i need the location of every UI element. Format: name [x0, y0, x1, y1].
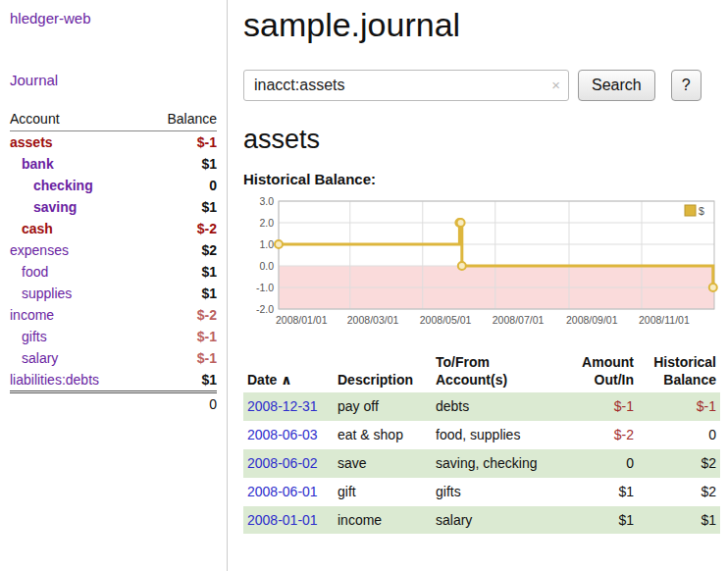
account-row: expenses$2	[10, 239, 217, 261]
transaction-date-cell: 2008-01-01	[243, 506, 334, 535]
account-link[interactable]: liabilities:debts	[10, 372, 99, 388]
accounts-total-spacer	[10, 392, 143, 416]
transaction-description: income	[334, 506, 432, 535]
svg-text:$: $	[699, 205, 704, 217]
transaction-date-link[interactable]: 2008-01-01	[247, 512, 318, 528]
account-link[interactable]: salary	[22, 350, 58, 366]
register-header-amount: AmountOut/In	[561, 352, 638, 392]
account-link[interactable]: cash	[22, 221, 53, 236]
account-link[interactable]: income	[10, 307, 54, 323]
transaction-amount: $-2	[561, 421, 638, 449]
account-link[interactable]: food	[22, 264, 48, 280]
accounts-total-value: 0	[143, 392, 217, 416]
register-header-row: Date ∧DescriptionTo/FromAccount(s)Amount…	[243, 352, 720, 392]
account-row: assets$-1	[10, 131, 217, 154]
account-row: income$-2	[10, 304, 217, 326]
transaction-amount: $1	[561, 478, 638, 506]
accounts-header-balance: Balance	[143, 108, 217, 131]
svg-text:2.0: 2.0	[259, 217, 274, 229]
search-row: × Search ?	[243, 70, 720, 101]
account-link[interactable]: bank	[22, 156, 54, 172]
account-link[interactable]: saving	[33, 199, 77, 215]
register-row: 2008-01-01incomesalary$1$1	[243, 506, 720, 535]
transaction-date-cell: 2008-12-31	[243, 392, 334, 421]
account-link[interactable]: gifts	[22, 329, 47, 344]
register-row: 2008-12-31pay offdebts$-1$-1	[243, 392, 720, 421]
transaction-accounts: gifts	[432, 478, 561, 506]
transaction-amount: $1	[561, 506, 638, 535]
transaction-amount: 0	[561, 449, 638, 478]
svg-text:-2.0: -2.0	[256, 303, 274, 315]
account-balance: $1	[143, 283, 217, 304]
page-title: sample.journal	[243, 6, 720, 44]
account-balance: $1	[143, 369, 217, 392]
account-balance: $1	[143, 196, 217, 218]
transaction-description: save	[334, 449, 432, 478]
account-link[interactable]: checking	[33, 178, 93, 193]
account-row: gifts$-1	[10, 326, 217, 347]
transaction-description: pay off	[334, 392, 432, 421]
account-row: food$1	[10, 261, 217, 283]
register-header-description: Description	[334, 352, 432, 392]
account-balance: $-1	[143, 347, 217, 369]
account-row: liabilities:debts$1	[10, 369, 217, 392]
register-row: 2008-06-01giftgifts$1$2	[243, 478, 720, 506]
search-button[interactable]: Search	[578, 70, 655, 101]
sidebar: hledger-web Journal Account Balance asse…	[0, 0, 228, 571]
account-balance: $-2	[143, 218, 217, 239]
svg-text:3.0: 3.0	[259, 195, 274, 207]
chart-title: Historical Balance:	[243, 171, 720, 187]
journal-link[interactable]: Journal	[10, 72, 217, 88]
transaction-date-link[interactable]: 2008-06-03	[247, 427, 318, 442]
app-window: hledger-web Journal Account Balance asse…	[0, 0, 728, 571]
clear-search-icon[interactable]: ×	[551, 77, 560, 93]
account-link[interactable]: supplies	[22, 286, 72, 301]
transaction-accounts: salary	[432, 506, 561, 535]
accounts-header-account: Account	[10, 108, 143, 131]
svg-text:0.0: 0.0	[259, 260, 274, 272]
help-button[interactable]: ?	[671, 70, 702, 101]
account-row: saving$1	[10, 196, 217, 218]
transaction-balance: $1	[638, 506, 720, 535]
svg-text:-1.0: -1.0	[256, 282, 274, 293]
register-row: 2008-06-02savesaving, checking0$2	[243, 449, 720, 478]
account-link[interactable]: assets	[10, 134, 53, 150]
account-balance: $1	[143, 153, 217, 175]
account-balance: $-1	[143, 326, 217, 347]
register-header-balance: HistoricalBalance	[638, 352, 720, 392]
search-input[interactable]	[243, 70, 569, 101]
account-heading: assets	[243, 125, 720, 155]
transaction-amount: $-1	[561, 392, 638, 421]
register-row: 2008-06-03eat & shopfood, supplies$-20	[243, 421, 720, 449]
account-balance: $1	[143, 261, 217, 283]
transaction-date-link[interactable]: 2008-06-01	[247, 484, 318, 499]
main-content: sample.journal × Search ? assets Histori…	[228, 0, 728, 571]
transaction-date-cell: 2008-06-02	[243, 449, 334, 478]
svg-text:2008/11/01: 2008/11/01	[639, 314, 690, 326]
sort-asc-icon: ∧	[277, 372, 291, 388]
transaction-accounts: saving, checking	[432, 449, 561, 478]
account-row: salary$-1	[10, 347, 217, 369]
app-title-link[interactable]: hledger-web	[10, 10, 217, 26]
transaction-balance: $2	[638, 478, 720, 506]
transaction-description: eat & shop	[334, 421, 432, 449]
account-balance: $2	[143, 239, 217, 261]
svg-text:2008/09/01: 2008/09/01	[566, 314, 618, 326]
svg-text:2008/05/01: 2008/05/01	[420, 314, 472, 326]
transaction-accounts: debts	[432, 392, 561, 421]
register-header-date[interactable]: Date ∧	[243, 352, 334, 392]
account-balance: 0	[143, 175, 217, 196]
balance-chart-svg: 3.02.01.00.0-1.0-2.02008/01/012008/03/01…	[243, 193, 720, 342]
transaction-date-cell: 2008-06-01	[243, 478, 334, 506]
accounts-header-row: Account Balance	[10, 108, 217, 131]
register-header-accounts: To/FromAccount(s)	[432, 352, 561, 392]
account-link[interactable]: expenses	[10, 242, 69, 258]
transaction-date-link[interactable]: 2008-12-31	[247, 398, 318, 414]
transaction-date-link[interactable]: 2008-06-02	[247, 455, 318, 471]
account-row: supplies$1	[10, 283, 217, 304]
transaction-description: gift	[334, 478, 432, 506]
account-row: cash$-2	[10, 218, 217, 239]
transaction-accounts: food, supplies	[432, 421, 561, 449]
svg-text:1.0: 1.0	[259, 238, 274, 250]
svg-text:2008/03/01: 2008/03/01	[347, 314, 399, 326]
